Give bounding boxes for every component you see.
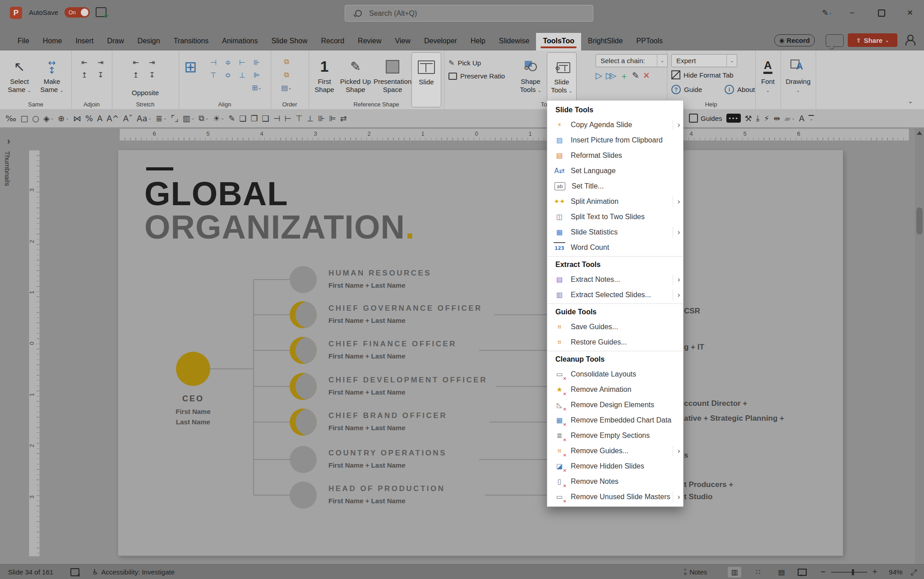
menu-item-word-count[interactable]: 123Word Count bbox=[547, 240, 683, 255]
horizontal-ruler[interactable]: 6543210123456 bbox=[120, 129, 909, 141]
expert-dropdown[interactable]: Expert ⌄ bbox=[671, 54, 737, 67]
record-button[interactable]: ◉ Record bbox=[774, 34, 815, 46]
menu-item-split-animation[interactable]: ✦✦Split Animation› bbox=[547, 194, 683, 209]
rectangle-icon[interactable]: □ bbox=[20, 114, 28, 123]
stretch-top-icon[interactable]: ↥ bbox=[130, 69, 142, 80]
vertical-scrollbar[interactable] bbox=[915, 129, 924, 564]
duplicate-icon[interactable]: ❏ bbox=[239, 114, 246, 123]
resize-icon[interactable]: ⇹ bbox=[773, 114, 780, 123]
accessibility-checker[interactable]: ♿ Accessibility: Investigate bbox=[92, 568, 175, 576]
build-tools-icon[interactable]: ⚒ bbox=[745, 114, 752, 123]
align-center-icon[interactable]: ≑ bbox=[222, 57, 234, 68]
first-shape-button[interactable]: 1 First Shape bbox=[311, 56, 337, 94]
adjoin-bottom-icon[interactable]: ↧ bbox=[95, 69, 106, 80]
distribute-horizontal-icon[interactable]: ⊪ bbox=[251, 57, 263, 68]
comments-button[interactable] bbox=[826, 34, 844, 47]
notes-button[interactable]: ^≡ Notes bbox=[684, 568, 707, 576]
send-backward-icon[interactable]: ❑ bbox=[262, 114, 269, 123]
font-button[interactable]: A Font⌄ bbox=[759, 56, 777, 94]
tab-file[interactable]: File bbox=[11, 33, 36, 51]
edit-chain-icon[interactable]: ✎ bbox=[632, 70, 637, 82]
align-objects-left-icon[interactable]: ⊣ bbox=[273, 114, 281, 123]
presentation-space-button[interactable]: Presentation Space bbox=[373, 56, 412, 94]
swap-icon[interactable]: ⇄ bbox=[340, 114, 347, 123]
slide-sorter-view-button[interactable]: ∷ bbox=[751, 567, 765, 578]
fit-to-window-icon[interactable]: ⤢ bbox=[910, 568, 917, 577]
merge-shapes-icon[interactable]: ⊕⌄ bbox=[58, 114, 69, 123]
select-a-chain-dropdown[interactable]: Select a chain: ⌄ bbox=[596, 54, 668, 67]
tab-toolstoo[interactable]: ToolsToo bbox=[536, 33, 581, 51]
zoom-in-button[interactable]: + bbox=[873, 567, 878, 577]
menu-item-remove-empty-sections[interactable]: ≣Remove Empty Sections bbox=[547, 428, 683, 443]
distribute-vertical-icon[interactable]: ⊫ bbox=[329, 114, 336, 123]
tab-transitions[interactable]: Transitions bbox=[167, 33, 216, 51]
menu-item-set-title[interactable]: abSet Title... bbox=[547, 179, 683, 194]
export-document-icon[interactable]: ⤓ bbox=[756, 113, 760, 123]
send-backward-icon[interactable]: ⧉ bbox=[281, 69, 292, 80]
reposition-icon[interactable]: ⧉⌄ bbox=[199, 113, 208, 123]
spellcheck-button[interactable] bbox=[70, 568, 79, 576]
make-same-button[interactable]: ↔↕ Make Same ⌄ bbox=[37, 56, 67, 94]
reading-view-button[interactable]: ▤ bbox=[775, 567, 788, 578]
shapes-icon[interactable]: ◈⌄ bbox=[43, 114, 54, 123]
reference-slide-button[interactable]: Slide bbox=[411, 52, 441, 107]
presenter-coach-icon[interactable] bbox=[905, 34, 918, 46]
tab-help[interactable]: Help bbox=[464, 33, 492, 51]
menu-item-extract-notes[interactable]: ▤Extract Notes...› bbox=[547, 272, 683, 287]
tab-slidewise[interactable]: Slidewise bbox=[492, 33, 536, 51]
shape-tools-button[interactable]: ⚙ Shape Tools ⌄ bbox=[516, 56, 545, 94]
crop-icon[interactable]: ⌜⌟ bbox=[171, 114, 179, 123]
stretch-right-icon[interactable]: ⇥ bbox=[146, 57, 158, 68]
tab-design[interactable]: Design bbox=[131, 33, 167, 51]
tab-pptools[interactable]: PPTools bbox=[629, 33, 670, 51]
run-chain-fast-icon[interactable]: ▷▷ bbox=[606, 70, 614, 82]
picked-up-shape-button[interactable]: ✎ Picked Up Shape bbox=[338, 56, 373, 94]
drawing-button[interactable]: A Drawing⌄ bbox=[785, 56, 812, 94]
tab-brightslide[interactable]: BrightSlide bbox=[581, 33, 629, 51]
about-button[interactable]: i About bbox=[725, 85, 755, 94]
zoom-slider[interactable] bbox=[831, 572, 867, 573]
format-painter-icon[interactable]: ✎ bbox=[228, 114, 235, 123]
tab-developer[interactable]: Developer bbox=[417, 33, 464, 51]
hide-format-tab-button[interactable]: Hide Format Tab bbox=[671, 70, 734, 79]
pick-up-button[interactable]: ✎ Pick Up bbox=[448, 59, 481, 67]
close-icon[interactable]: ✕ bbox=[907, 8, 913, 18]
transparency-icon[interactable]: ‰ bbox=[5, 114, 16, 123]
columns-icon[interactable]: ▥⌄ bbox=[183, 114, 195, 123]
tab-draw[interactable]: Draw bbox=[100, 33, 130, 51]
tab-review[interactable]: Review bbox=[351, 33, 388, 51]
autosave-toggle[interactable]: On bbox=[65, 7, 90, 18]
normal-view-button[interactable]: ▥ bbox=[728, 567, 741, 578]
guides-checkbox[interactable]: Guides bbox=[689, 114, 722, 123]
slide-flash-icon[interactable]: ⚡ bbox=[764, 114, 770, 123]
change-case-icon[interactable]: Aa⌄ bbox=[137, 114, 152, 123]
increase-font-icon[interactable]: A^ bbox=[106, 114, 119, 123]
search-input[interactable] bbox=[368, 9, 568, 18]
menu-item-copy-agenda-slide[interactable]: ⚡Copy Agenda Slide› bbox=[547, 117, 683, 133]
adjoin-left-icon[interactable]: ⇤ bbox=[79, 57, 90, 68]
align-objects-bottom-icon[interactable]: ⊥ bbox=[307, 114, 314, 123]
align-table-icon[interactable]: ⊞⌄ bbox=[251, 82, 263, 93]
thumbnails-panel-label[interactable]: Thumbnails bbox=[4, 151, 11, 186]
line-spacing-icon[interactable]: ≣⌄ bbox=[156, 114, 167, 123]
menu-item-save-guides[interactable]: ⌗Save Guides... bbox=[547, 319, 683, 335]
brightness-icon[interactable]: ☀⌄ bbox=[213, 114, 224, 123]
stretch-opposite-label[interactable]: Opposite bbox=[112, 89, 179, 96]
font-color-icon[interactable]: A bbox=[97, 114, 102, 123]
menu-item-remove-notes[interactable]: ▯Remove Notes bbox=[547, 474, 683, 489]
powerpoint-app-icon[interactable]: P bbox=[10, 7, 22, 19]
oval-icon[interactable]: ○ bbox=[32, 114, 39, 123]
menu-item-set-language[interactable]: A⇄Set Language bbox=[547, 163, 683, 179]
slide-number-indicator[interactable]: Slide 34 of 161 bbox=[8, 568, 53, 576]
align-objects-top-icon[interactable]: ⊤ bbox=[296, 114, 303, 123]
delete-chain-icon[interactable]: ✕ bbox=[643, 70, 647, 82]
restore-icon[interactable] bbox=[878, 9, 885, 17]
tab-home[interactable]: Home bbox=[36, 33, 69, 51]
align-right-icon[interactable]: ⊢ bbox=[236, 57, 248, 68]
menu-item-reformat-slides[interactable]: ▤Reformat Slides bbox=[547, 148, 683, 163]
adjoin-right-icon[interactable]: ⇥ bbox=[95, 57, 106, 68]
menu-item-remove-animation[interactable]: ★Remove Animation bbox=[547, 382, 683, 397]
scroll-up-icon[interactable] bbox=[917, 131, 922, 135]
tab-insert[interactable]: Insert bbox=[69, 33, 100, 51]
slide-canvas[interactable]: GLOBAL ORGANIZATION. CEO bbox=[118, 150, 843, 556]
